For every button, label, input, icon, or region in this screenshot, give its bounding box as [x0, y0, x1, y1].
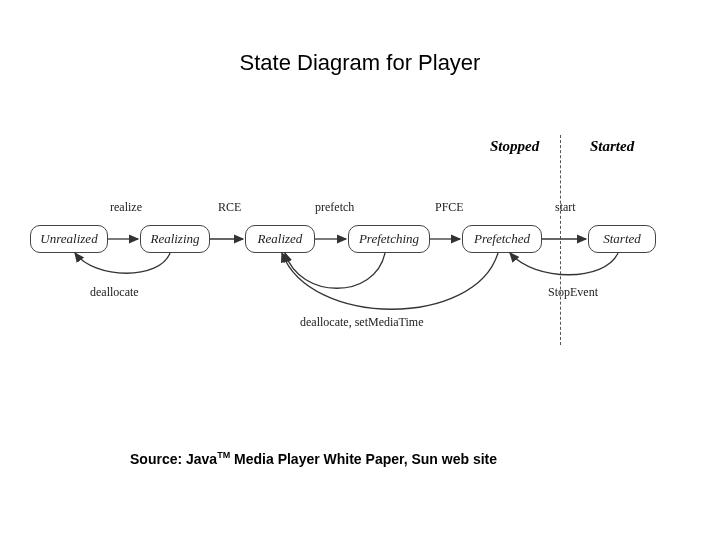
source-prefix: Source: Java [130, 451, 217, 467]
page-title: State Diagram for Player [0, 50, 720, 76]
source-tm: TM [217, 450, 230, 460]
source-caption: Source: JavaTM Media Player White Paper,… [130, 450, 497, 467]
diagram-arrows [30, 160, 690, 350]
region-started-label: Started [590, 138, 634, 155]
source-suffix: Media Player White Paper, Sun web site [230, 451, 497, 467]
region-stopped-label: Stopped [490, 138, 539, 155]
slide: State Diagram for Player Stopped Started… [0, 0, 720, 540]
diagram-stage: Stopped Started Unrealized Realizing Rea… [30, 160, 690, 350]
